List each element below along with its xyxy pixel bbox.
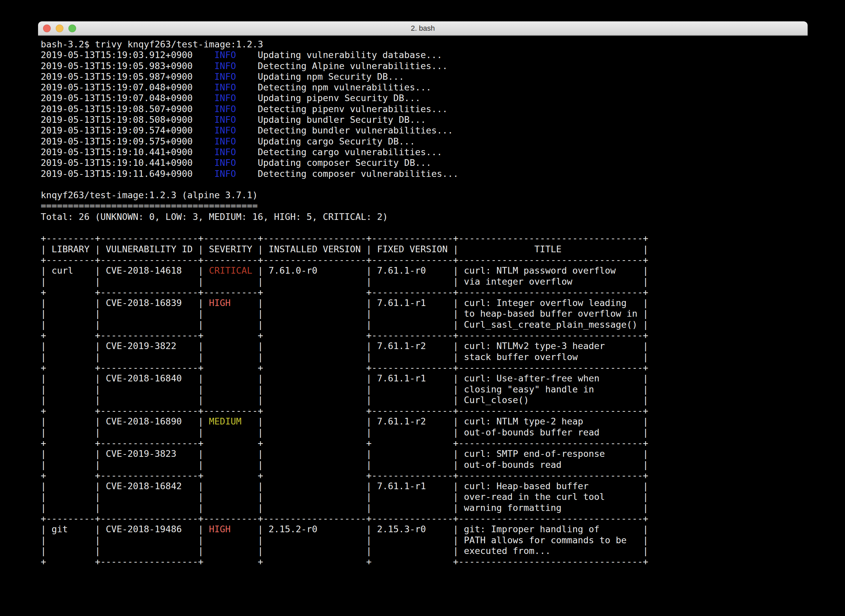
terminal-line: 2019-05-13T15:19:10.441+0900 INFO Detect… bbox=[41, 147, 808, 157]
terminal-text-info: INFO bbox=[214, 157, 236, 168]
terminal-text: Detecting Alpine vulnerabilities... bbox=[236, 61, 447, 71]
terminal-text: 2019-05-13T15:19:08.507+0900 bbox=[41, 104, 214, 114]
terminal-text-info: INFO bbox=[214, 50, 236, 60]
terminal-line: ======================================== bbox=[41, 201, 808, 211]
window-titlebar[interactable]: 2. bash bbox=[38, 21, 808, 36]
terminal-text: | | | | | | PATH allows for commands to … bbox=[41, 535, 648, 545]
terminal-text: knqyf263/test-image:1.2.3 (alpine 3.7.1) bbox=[41, 190, 258, 200]
terminal-line: + +------------------+ + +--------------… bbox=[41, 330, 808, 341]
terminal-text: +---------+------------------+----------… bbox=[41, 233, 648, 243]
terminal-text: | | | | | | over-read in the curl tool | bbox=[41, 491, 648, 502]
terminal-text: | | | | | | warning formatting | bbox=[41, 503, 648, 513]
zoom-button[interactable] bbox=[68, 24, 76, 32]
terminal-text: ======================================== bbox=[41, 201, 258, 211]
terminal-line: | LIBRARY | VULNERABILITY ID | SEVERITY … bbox=[41, 244, 808, 255]
terminal-line: | | | | | | via integer overflow | bbox=[41, 276, 808, 287]
terminal-line: 2019-05-13T15:19:05.983+0900 INFO Detect… bbox=[41, 61, 808, 72]
terminal-screen[interactable]: bash-3.2$ trivy knqyf263/test-image:1.2.… bbox=[38, 36, 808, 567]
terminal-text: + +------------------+ + +--------------… bbox=[41, 470, 648, 481]
terminal-line: + +------------------+----------+ +-----… bbox=[41, 405, 808, 416]
terminal-text: | | CVE-2019-3823 | | | | curl: SMTP end… bbox=[41, 449, 648, 459]
terminal-text: Detecting pipenv vulnerabilities... bbox=[236, 104, 447, 114]
terminal-line: 2019-05-13T15:19:08.507+0900 INFO Detect… bbox=[41, 104, 808, 114]
terminal-line: | | | | | | warning formatting | bbox=[41, 503, 808, 513]
terminal-text: | | 7.61.1-r1 | curl: Integer overflow l… bbox=[230, 298, 648, 308]
terminal-window: 2. bash bash-3.2$ trivy knqyf263/test-im… bbox=[38, 21, 808, 603]
terminal-text: + +------------------+ + +--------------… bbox=[41, 362, 648, 373]
terminal-text: | | CVE-2018-16890 | bbox=[41, 416, 209, 427]
terminal-line: + +------------------+ + + +------------… bbox=[41, 556, 808, 567]
terminal-line: +---------+------------------+----------… bbox=[41, 513, 808, 524]
terminal-line: +---------+------------------+----------… bbox=[41, 233, 808, 243]
terminal-line: + +------------------+----------+ +-----… bbox=[41, 287, 808, 298]
terminal-line: 2019-05-13T15:19:05.987+0900 INFO Updati… bbox=[41, 72, 808, 82]
terminal-line: | | | | | | Curl_close() | bbox=[41, 395, 808, 405]
terminal-line: knqyf263/test-image:1.2.3 (alpine 3.7.1) bbox=[41, 190, 808, 201]
terminal-text: Updating composer Security DB... bbox=[236, 157, 431, 168]
terminal-line: + +------------------+ + +--------------… bbox=[41, 362, 808, 373]
terminal-text: + +------------------+ + + +------------… bbox=[41, 556, 648, 567]
terminal-text: | | | | | | closing "easy" handle in | bbox=[41, 384, 648, 395]
terminal-text: | | CVE-2018-16842 | | | 7.61.1-r1 | cur… bbox=[41, 481, 648, 491]
terminal-text: 2019-05-13T15:19:10.441+0900 bbox=[41, 157, 214, 168]
terminal-text-info: INFO bbox=[214, 72, 236, 82]
terminal-text: | | | | | | out-of-bounds read | bbox=[41, 459, 648, 470]
terminal-text-high: HIGH bbox=[209, 298, 230, 308]
terminal-text: | | | | | | via integer overflow | bbox=[41, 276, 648, 287]
terminal-text-info: INFO bbox=[214, 147, 236, 157]
close-button[interactable] bbox=[43, 24, 51, 32]
terminal-text-high: HIGH bbox=[209, 524, 230, 534]
terminal-line bbox=[41, 179, 808, 190]
terminal-line: 2019-05-13T15:19:10.441+0900 INFO Updati… bbox=[41, 157, 808, 168]
terminal-line: | | | | | | closing "easy" handle in | bbox=[41, 384, 808, 395]
terminal-text-info: INFO bbox=[214, 61, 236, 71]
terminal-text-info: INFO bbox=[214, 82, 236, 92]
terminal-text: Detecting npm vulnerabilities... bbox=[236, 82, 431, 92]
terminal-text: Updating pipenv Security DB... bbox=[236, 93, 421, 103]
terminal-text: Detecting bundler vulnerabilities... bbox=[236, 125, 453, 135]
terminal-text: 2019-05-13T15:19:08.508+0900 bbox=[41, 114, 214, 125]
terminal-text: | | 7.61.1-r2 | curl: NTLM type-2 heap | bbox=[241, 416, 648, 427]
terminal-text: Detecting composer vulnerabilities... bbox=[236, 169, 458, 179]
minimize-button[interactable] bbox=[56, 24, 63, 32]
desktop: 2. bash bash-3.2$ trivy knqyf263/test-im… bbox=[0, 0, 845, 616]
terminal-text: 2019-05-13T15:19:07.048+0900 bbox=[41, 93, 214, 103]
terminal-text-critical: CRITICAL bbox=[209, 265, 252, 276]
terminal-line: | | | | | | to heap-based buffer overflo… bbox=[41, 308, 808, 319]
terminal-line: | | CVE-2019-3822 | | | 7.61.1-r2 | curl… bbox=[41, 341, 808, 351]
terminal-line: Total: 26 (UNKNOWN: 0, LOW: 3, MEDIUM: 1… bbox=[41, 211, 808, 222]
terminal-text-info: INFO bbox=[214, 125, 236, 135]
terminal-line: | | CVE-2019-3823 | | | | curl: SMTP end… bbox=[41, 449, 808, 459]
terminal-text: | | | | | | executed from... | bbox=[41, 546, 648, 556]
terminal-text: | | CVE-2019-3822 | | | 7.61.1-r2 | curl… bbox=[41, 341, 648, 351]
terminal-line: | | CVE-2018-16890 | MEDIUM | | 7.61.1-r… bbox=[41, 416, 808, 427]
terminal-text: | git | CVE-2018-19486 | bbox=[41, 524, 209, 534]
terminal-text: | 2.15.2-r0 | 2.15.3-r0 | git: Improper … bbox=[230, 524, 648, 534]
terminal-line: 2019-05-13T15:19:07.048+0900 INFO Detect… bbox=[41, 82, 808, 93]
terminal-text: | LIBRARY | VULNERABILITY ID | SEVERITY … bbox=[41, 244, 648, 254]
terminal-line: 2019-05-13T15:19:03.912+0900 INFO Updati… bbox=[41, 50, 808, 60]
terminal-text: 2019-05-13T15:19:11.649+0900 bbox=[41, 169, 214, 179]
terminal-line: +---------+------------------+----------… bbox=[41, 255, 808, 265]
traffic-lights bbox=[43, 24, 76, 32]
terminal-text: + +------------------+ + +--------------… bbox=[41, 330, 648, 340]
terminal-text: 2019-05-13T15:19:07.048+0900 bbox=[41, 82, 214, 92]
terminal-text: | | CVE-2018-16840 | | | 7.61.1-r1 | cur… bbox=[41, 373, 648, 383]
terminal-text: | | | | | | Curl_close() | bbox=[41, 395, 648, 405]
terminal-line: | | CVE-2018-16842 | | | 7.61.1-r1 | cur… bbox=[41, 481, 808, 491]
terminal-text: | | CVE-2018-16839 | bbox=[41, 298, 209, 308]
terminal-line: + +------------------+ + +--------------… bbox=[41, 470, 808, 481]
terminal-text-info: INFO bbox=[214, 169, 236, 179]
terminal-text: +---------+------------------+----------… bbox=[41, 513, 648, 524]
terminal-text: | | | | | | stack buffer overflow | bbox=[41, 352, 648, 362]
terminal-line: 2019-05-13T15:19:11.649+0900 INFO Detect… bbox=[41, 169, 808, 179]
terminal-text: | 7.61.0-r0 | 7.61.1-r0 | curl: NTLM pas… bbox=[252, 265, 648, 276]
terminal-text: + +------------------+ + + +------------… bbox=[41, 438, 648, 448]
terminal-text: 2019-05-13T15:19:05.987+0900 bbox=[41, 72, 214, 82]
terminal-text: Updating vulnerability database... bbox=[236, 50, 442, 60]
terminal-line: | | | | | | PATH allows for commands to … bbox=[41, 535, 808, 546]
terminal-line: 2019-05-13T15:19:08.508+0900 INFO Updati… bbox=[41, 114, 808, 125]
terminal-line: 2019-05-13T15:19:09.574+0900 INFO Detect… bbox=[41, 125, 808, 136]
terminal-text: + +------------------+----------+ +-----… bbox=[41, 405, 648, 416]
terminal-text: | curl | CVE-2018-14618 | bbox=[41, 265, 209, 276]
